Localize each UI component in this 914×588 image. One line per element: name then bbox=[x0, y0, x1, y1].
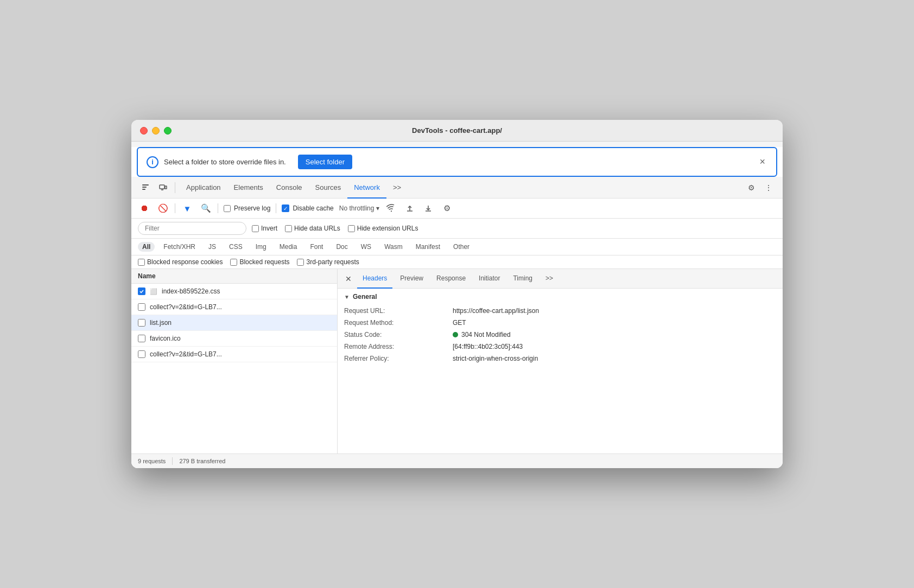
status-bar: 9 requests 279 B transferred bbox=[131, 453, 783, 468]
minimize-traffic-light[interactable] bbox=[152, 127, 160, 135]
file-checkbox[interactable] bbox=[138, 319, 145, 327]
tab-sources[interactable]: Sources bbox=[309, 177, 348, 199]
type-doc-button[interactable]: Doc bbox=[332, 242, 352, 252]
detail-row: Remote Address: [64:ff9b::4b02:3c05]:443 bbox=[344, 341, 776, 353]
info-icon: i bbox=[147, 156, 158, 168]
filter-input[interactable] bbox=[138, 222, 246, 235]
hide-data-urls-checkbox[interactable] bbox=[285, 225, 292, 232]
list-item[interactable]: collect?v=2&tid=G-LB7... bbox=[131, 299, 337, 315]
file-list-header: Name bbox=[131, 269, 337, 284]
detail-value: 304 Not Modified bbox=[453, 331, 776, 338]
type-other-button[interactable]: Other bbox=[449, 242, 474, 252]
section-title: General bbox=[353, 293, 377, 301]
third-party-checkbox[interactable] bbox=[297, 259, 304, 266]
filter-checks: Invert Hide data URLs Hide extension URL… bbox=[252, 225, 418, 232]
tab-elements[interactable]: Elements bbox=[227, 177, 270, 199]
type-wasm-button[interactable]: Wasm bbox=[380, 242, 407, 252]
type-fetchxhr-button[interactable]: Fetch/XHR bbox=[159, 242, 200, 252]
tab-application[interactable]: Application bbox=[180, 177, 227, 199]
type-js-button[interactable]: JS bbox=[204, 242, 220, 252]
css-icon: ⬜ bbox=[150, 288, 157, 295]
requests-count: 9 requests bbox=[138, 458, 166, 464]
detail-row: Referrer Policy: strict-origin-when-cros… bbox=[344, 353, 776, 365]
preserve-log-checkbox-group[interactable]: Preserve log bbox=[224, 204, 270, 212]
detail-tab-more[interactable]: >> bbox=[540, 270, 558, 289]
detail-value: strict-origin-when-cross-origin bbox=[453, 355, 776, 362]
hide-data-urls-label[interactable]: Hide data URLs bbox=[285, 225, 340, 232]
type-img-button[interactable]: Img bbox=[251, 242, 271, 252]
devtools-body: i Select a folder to store override file… bbox=[131, 147, 783, 468]
maximize-traffic-light[interactable] bbox=[164, 127, 172, 135]
cursor-icon[interactable] bbox=[138, 180, 153, 195]
tab-network[interactable]: Network bbox=[347, 177, 386, 199]
detail-tab-timing[interactable]: Timing bbox=[507, 270, 538, 289]
wifi-icon[interactable] bbox=[385, 202, 398, 215]
settings-icon[interactable]: ⚙ bbox=[744, 180, 759, 195]
close-traffic-light[interactable] bbox=[140, 127, 148, 135]
banner-text: Select a folder to store override files … bbox=[164, 158, 286, 166]
svg-rect-2 bbox=[142, 189, 145, 190]
clear-button[interactable]: 🚫 bbox=[156, 202, 169, 215]
detail-close-button[interactable]: ✕ bbox=[342, 272, 355, 285]
detail-value: [64:ff9b::4b02:3c05]:443 bbox=[453, 343, 776, 350]
detail-label: Request Method: bbox=[344, 319, 453, 327]
blocked-cookies-checkbox[interactable] bbox=[138, 259, 145, 266]
file-list-panel: Name ⬜ index-b859522e.css collect?v=2&ti… bbox=[131, 269, 338, 453]
hide-ext-urls-checkbox[interactable] bbox=[348, 225, 355, 232]
svg-rect-1 bbox=[142, 187, 147, 188]
detail-row: Request Method: GET bbox=[344, 317, 776, 329]
list-item[interactable]: ⬜ index-b859522e.css bbox=[131, 284, 337, 299]
blocked-requests-label[interactable]: Blocked requests bbox=[230, 258, 289, 266]
type-manifest-button[interactable]: Manifest bbox=[411, 242, 445, 252]
blocked-cookies-label[interactable]: Blocked response cookies bbox=[138, 258, 223, 266]
network-settings-icon[interactable]: ⚙ bbox=[440, 202, 453, 215]
list-item[interactable]: collect?v=2&tid=G-LB7... bbox=[131, 347, 337, 362]
tab-console[interactable]: Console bbox=[270, 177, 309, 199]
filter-icon[interactable]: ▼ bbox=[181, 202, 194, 215]
preserve-log-checkbox[interactable] bbox=[224, 205, 231, 212]
detail-tab-headers[interactable]: Headers bbox=[357, 270, 392, 289]
tab-more[interactable]: >> bbox=[386, 177, 408, 199]
upload-icon[interactable] bbox=[403, 202, 416, 215]
file-name: favicon.ico bbox=[150, 335, 181, 342]
file-checkbox[interactable] bbox=[138, 303, 145, 311]
download-icon[interactable] bbox=[422, 202, 435, 215]
detail-pane: ✕ Headers Preview Response Initiator Tim… bbox=[338, 269, 783, 453]
preserve-log-label: Preserve log bbox=[234, 204, 270, 212]
type-font-button[interactable]: Font bbox=[306, 242, 327, 252]
list-item[interactable]: list.json bbox=[131, 315, 337, 331]
detail-tab-preview[interactable]: Preview bbox=[395, 270, 429, 289]
file-checkbox[interactable] bbox=[138, 350, 145, 358]
detail-tabs: ✕ Headers Preview Response Initiator Tim… bbox=[338, 269, 783, 289]
disable-cache-checkbox-group[interactable]: ✓ Disable cache bbox=[282, 204, 333, 212]
hide-ext-urls-label[interactable]: Hide extension URLs bbox=[348, 225, 418, 232]
third-party-label[interactable]: 3rd-party requests bbox=[297, 258, 359, 266]
more-options-icon[interactable]: ⋮ bbox=[761, 180, 776, 195]
record-button[interactable]: ⏺ bbox=[138, 202, 151, 215]
blocked-requests-checkbox[interactable] bbox=[230, 259, 237, 266]
invert-label[interactable]: Invert bbox=[252, 225, 277, 232]
file-checked-icon bbox=[138, 287, 145, 295]
title-bar: DevTools - coffee-cart.app/ bbox=[131, 120, 783, 142]
device-icon[interactable] bbox=[155, 180, 170, 195]
svg-rect-4 bbox=[165, 186, 167, 189]
detail-tab-response[interactable]: Response bbox=[431, 270, 471, 289]
detail-tab-initiator[interactable]: Initiator bbox=[473, 270, 505, 289]
type-media-button[interactable]: Media bbox=[275, 242, 302, 252]
override-banner: i Select a folder to store override file… bbox=[137, 147, 777, 177]
network-controls-bar: ⏺ 🚫 ▼ 🔍 Preserve log ✓ Disable cache No … bbox=[131, 199, 783, 219]
section-header[interactable]: ▼ General bbox=[344, 293, 776, 301]
type-css-button[interactable]: CSS bbox=[225, 242, 247, 252]
banner-left: i Select a folder to store override file… bbox=[147, 155, 352, 169]
file-checkbox[interactable] bbox=[138, 335, 145, 342]
list-item[interactable]: favicon.ico bbox=[131, 331, 337, 347]
banner-close-button[interactable]: × bbox=[757, 156, 767, 168]
type-all-button[interactable]: All bbox=[138, 242, 155, 252]
detail-value: GET bbox=[453, 319, 776, 327]
throttle-control[interactable]: No throttling ▾ bbox=[339, 204, 380, 212]
invert-checkbox[interactable] bbox=[252, 225, 259, 232]
select-folder-button[interactable]: Select folder bbox=[298, 155, 352, 169]
type-ws-button[interactable]: WS bbox=[357, 242, 376, 252]
devtools-window: DevTools - coffee-cart.app/ i Select a f… bbox=[131, 120, 783, 468]
search-icon[interactable]: 🔍 bbox=[199, 202, 212, 215]
